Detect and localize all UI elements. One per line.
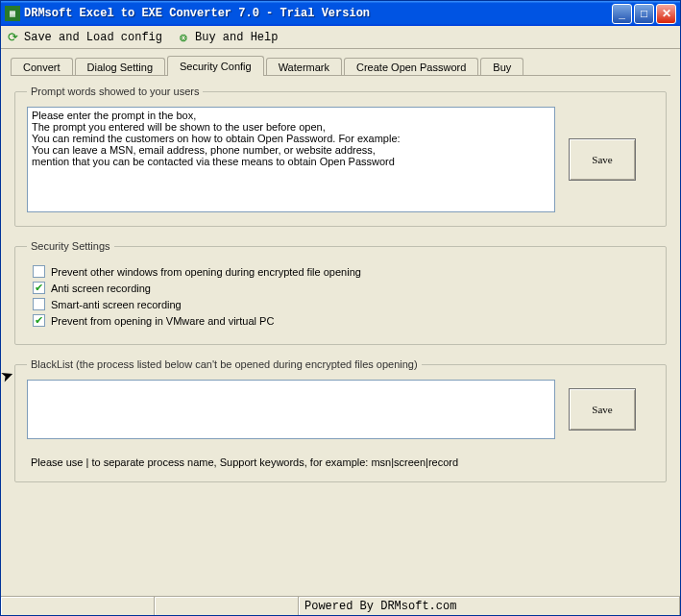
buy-help-icon: ❂ xyxy=(176,30,191,45)
tabs: Convert Dialog Setting Security Config W… xyxy=(1,49,680,76)
window-title: DRMsoft Excel to EXE Converter 7.0 - Tri… xyxy=(24,7,612,20)
save-load-config[interactable]: Save and Load config xyxy=(24,31,162,44)
buy-and-help[interactable]: Buy and Help xyxy=(195,31,278,44)
tab-dialog-setting[interactable]: Dialog Setting xyxy=(75,58,166,76)
statusbar: Powered By DRMsoft.com xyxy=(1,596,680,615)
window-buttons: _ □ ✕ xyxy=(612,4,676,24)
titlebar: ▦ DRMsoft Excel to EXE Converter 7.0 - T… xyxy=(1,1,680,26)
security-settings-group: Security Settings Prevent other windows … xyxy=(14,240,667,345)
opt-prevent-vmware[interactable]: ✔ Prevent from opening in VMware and vir… xyxy=(33,314,654,327)
minimize-button[interactable]: _ xyxy=(612,4,632,24)
status-cell-left xyxy=(1,597,155,615)
status-cell-mid xyxy=(155,597,299,615)
blacklist-hint: Please use | to separate process name, S… xyxy=(31,456,654,468)
save-load-icon: ⟳ xyxy=(5,30,20,45)
tab-convert[interactable]: Convert xyxy=(11,58,73,76)
prompt-save-button[interactable]: Save xyxy=(569,138,636,181)
maximize-button[interactable]: □ xyxy=(634,4,654,24)
status-cell-right: Powered By DRMsoft.com xyxy=(299,597,680,615)
tab-watermark[interactable]: Watermark xyxy=(266,58,342,76)
prompt-words-legend: Prompt words showed to your users xyxy=(27,86,203,97)
blacklist-group: BlackList (the process listed below can'… xyxy=(14,358,667,482)
close-button[interactable]: ✕ xyxy=(656,4,676,24)
prompt-words-group: Prompt words showed to your users Save xyxy=(14,86,667,227)
opt-anti-screen-recording[interactable]: ✔ Anti screen recording xyxy=(33,282,654,294)
checkbox-icon: ✔ xyxy=(33,282,45,294)
app-window: ▦ DRMsoft Excel to EXE Converter 7.0 - T… xyxy=(0,0,681,616)
toolbar: ⟳ Save and Load config ❂ Buy and Help xyxy=(1,26,680,49)
tab-security-config[interactable]: Security Config xyxy=(167,56,264,76)
tab-buy[interactable]: Buy xyxy=(480,58,523,76)
prompt-words-textarea[interactable] xyxy=(27,107,555,212)
checkbox-icon xyxy=(33,265,45,278)
tab-content: Prompt words showed to your users Save S… xyxy=(1,76,680,596)
checkbox-icon: ✔ xyxy=(33,314,45,327)
blacklist-save-button[interactable]: Save xyxy=(569,388,636,431)
security-settings-legend: Security Settings xyxy=(27,240,114,252)
opt-prevent-other-windows[interactable]: Prevent other windows from opening durin… xyxy=(33,265,654,278)
blacklist-textarea[interactable] xyxy=(27,380,555,439)
checkbox-icon xyxy=(33,298,45,310)
tab-create-open-password[interactable]: Create Open Password xyxy=(344,58,478,76)
app-icon: ▦ xyxy=(5,6,20,21)
powered-by: Powered By DRMsoft.com xyxy=(304,600,456,613)
opt-smart-anti-screen-recording[interactable]: Smart-anti screen recording xyxy=(33,298,654,310)
blacklist-legend: BlackList (the process listed below can'… xyxy=(27,358,422,370)
